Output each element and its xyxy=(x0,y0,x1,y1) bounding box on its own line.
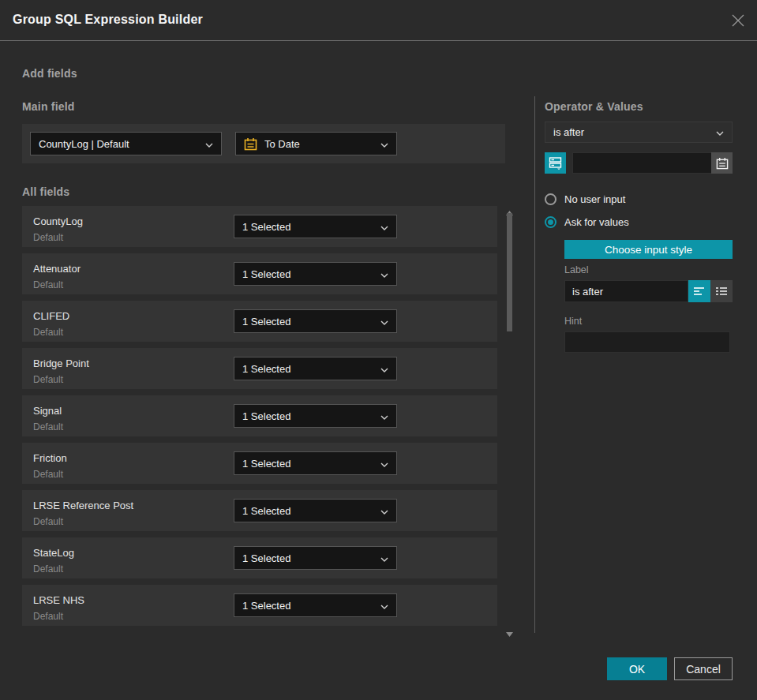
field-type: Default xyxy=(33,327,63,338)
label-caption: Label xyxy=(564,264,589,275)
field-selection-dropdown[interactable]: 1 Selected xyxy=(234,262,397,286)
single-line-style-icon[interactable] xyxy=(688,280,710,302)
field-row: Friction Default 1 Selected xyxy=(22,443,497,484)
field-name: CountyLog xyxy=(33,215,83,227)
field-name: StateLog xyxy=(33,547,74,559)
field-row: StateLog Default 1 Selected xyxy=(22,537,497,578)
radio-label: Ask for values xyxy=(564,216,629,228)
calendar-icon xyxy=(244,137,257,151)
field-selection-dropdown[interactable]: 1 Selected xyxy=(234,404,397,428)
chevron-down-icon xyxy=(380,316,388,328)
list-style-icon[interactable] xyxy=(710,280,733,302)
main-field-select[interactable]: CountyLog | Default xyxy=(30,132,222,155)
main-field-panel: CountyLog | Default To Date xyxy=(22,124,505,163)
ok-button[interactable]: OK xyxy=(607,657,667,680)
operator-select[interactable]: is after xyxy=(545,122,733,143)
field-selection-dropdown[interactable]: 1 Selected xyxy=(234,451,397,475)
field-selection-dropdown[interactable]: 1 Selected xyxy=(234,546,397,570)
field-type: Default xyxy=(33,421,63,432)
scrollbar-up-icon[interactable] xyxy=(506,204,513,209)
field-selection-dropdown[interactable]: 1 Selected xyxy=(234,357,397,380)
field-row: LRSE NHS Default 1 Selected xyxy=(22,585,497,626)
field-selection-dropdown[interactable]: 1 Selected xyxy=(234,593,397,617)
chevron-down-icon xyxy=(380,458,388,470)
chevron-down-icon xyxy=(380,268,388,280)
chevron-down-icon xyxy=(380,410,388,422)
choose-input-style-button[interactable]: Choose input style xyxy=(564,240,733,259)
radio-label: No user input xyxy=(564,193,625,205)
radio-ask-for-values[interactable]: Ask for values xyxy=(545,216,629,228)
field-row: CLIFED Default 1 Selected xyxy=(22,301,497,342)
scrollbar-down-icon[interactable] xyxy=(506,626,513,631)
stored-values-icon[interactable] xyxy=(545,152,566,174)
close-icon[interactable] xyxy=(730,13,746,28)
chevron-down-icon xyxy=(380,505,388,517)
value-input[interactable] xyxy=(572,152,712,174)
field-type: Default xyxy=(33,469,63,480)
field-selection-dropdown[interactable]: 1 Selected xyxy=(234,309,397,333)
chevron-down-icon xyxy=(380,363,388,375)
add-fields-heading: Add fields xyxy=(22,67,77,80)
radio-selected-icon xyxy=(545,216,557,228)
field-type: Default xyxy=(33,516,63,527)
section-divider xyxy=(534,96,535,633)
field-name: CLIFED xyxy=(33,310,69,322)
date-field-select-value: To Date xyxy=(264,138,380,150)
main-field-heading: Main field xyxy=(22,100,75,113)
scrollbar-thumb[interactable] xyxy=(507,213,512,331)
field-row: Attenuator Default 1 Selected xyxy=(22,253,497,294)
dialog-title: Group SQL Expression Builder xyxy=(13,13,203,27)
operator-select-value: is after xyxy=(553,126,716,138)
chevron-down-icon xyxy=(380,600,388,612)
radio-icon xyxy=(545,193,557,205)
radio-no-user-input[interactable]: No user input xyxy=(545,193,625,205)
field-type: Default xyxy=(33,232,63,243)
field-type: Default xyxy=(33,611,63,622)
chevron-down-icon xyxy=(380,552,388,564)
field-name: Signal xyxy=(33,405,62,417)
field-name: LRSE Reference Post xyxy=(33,500,133,511)
hint-caption: Hint xyxy=(564,316,582,327)
field-name: Attenuator xyxy=(33,263,81,275)
chevron-down-icon xyxy=(380,138,388,150)
chevron-down-icon xyxy=(716,126,724,138)
date-field-select[interactable]: To Date xyxy=(235,132,397,155)
cancel-button[interactable]: Cancel xyxy=(674,657,733,680)
field-row: CountyLog Default 1 Selected xyxy=(22,206,497,247)
field-selection-dropdown[interactable]: 1 Selected xyxy=(234,215,397,238)
chevron-down-icon xyxy=(205,138,213,150)
dialog-header: Group SQL Expression Builder xyxy=(0,0,757,41)
hint-input[interactable] xyxy=(564,331,730,353)
field-row: Bridge Point Default 1 Selected xyxy=(22,348,497,389)
field-name: Bridge Point xyxy=(33,357,89,369)
field-selection-dropdown[interactable]: 1 Selected xyxy=(234,499,397,522)
field-name: Friction xyxy=(33,452,67,464)
calendar-picker-icon[interactable] xyxy=(711,152,733,174)
group-sql-expression-builder-dialog: Group SQL Expression Builder Add fields … xyxy=(0,0,757,700)
field-name: LRSE NHS xyxy=(33,594,84,606)
field-type: Default xyxy=(33,374,63,385)
label-input[interactable] xyxy=(564,280,688,302)
field-type: Default xyxy=(33,279,63,290)
field-row: Signal Default 1 Selected xyxy=(22,395,497,436)
field-row: LRSE Reference Post Default 1 Selected xyxy=(22,490,497,531)
operator-values-heading: Operator & Values xyxy=(545,100,643,113)
chevron-down-icon xyxy=(380,221,388,233)
all-fields-heading: All fields xyxy=(22,185,69,198)
field-type: Default xyxy=(33,563,63,575)
main-field-select-value: CountyLog | Default xyxy=(39,138,205,150)
